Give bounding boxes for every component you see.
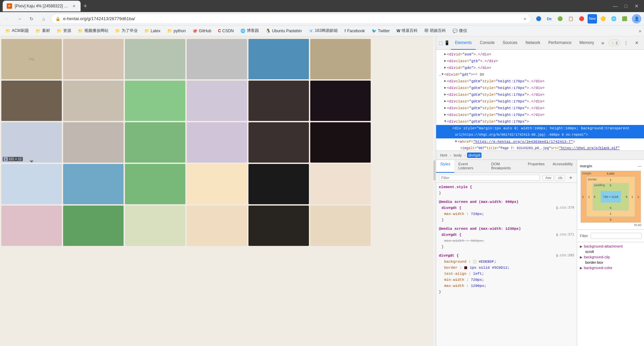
thumbnail-3-3[interactable]	[125, 122, 185, 163]
dom-line-gdo[interactable]: ▶ <div id="gdo"> … </div>	[436, 64, 644, 71]
devtools-settings-btn[interactable]: ⋮	[621, 38, 631, 48]
accessibility-filter-input[interactable]	[591, 233, 642, 239]
thumbnail-5-5[interactable]	[248, 206, 309, 246]
bookmark-acm[interactable]: 📁 ACM刷题	[3, 27, 32, 35]
dom-line-bg-div[interactable]: ▼ <div style="margin:1px auto 0; width:1…	[436, 125, 644, 132]
bookmark-latex[interactable]: 📁 Latex	[142, 28, 163, 34]
dom-line-gdt[interactable]: … ▼ <div id="gdt"> == $0	[436, 71, 644, 78]
extension-icon-4[interactable]: 📋	[566, 14, 576, 24]
extension-icon-5[interactable]: 🔴	[577, 14, 586, 24]
dom-line-gdtm-1[interactable]: ▶ <div class="gdtm" style="height:170px"…	[436, 78, 644, 85]
profile-avatar[interactable]: 👤	[632, 14, 641, 24]
thumbnail-4-3[interactable]	[125, 164, 185, 204]
bookmark-facebook[interactable]: f Facebook	[342, 28, 368, 34]
bookmark-163[interactable]: 📧 163网易邮箱	[306, 27, 340, 35]
maximize-button[interactable]: □	[621, 1, 631, 11]
inspect-element-btn[interactable]: ⬚	[439, 38, 443, 48]
bookmark-wikipedia[interactable]: W 维基百科	[394, 27, 420, 35]
new-tab-button[interactable]: +	[81, 1, 90, 11]
thumbnail-1-1[interactable]: img	[1, 39, 62, 79]
home-button[interactable]: ⌂	[39, 14, 48, 24]
scroll-thumb[interactable]	[433, 160, 435, 180]
back-button[interactable]: ←	[3, 14, 12, 24]
dom-line-bg-div-cont[interactable]: url(https://ehgt.org/m/001742/1742413-00…	[436, 132, 644, 138]
thumbnail-5-6[interactable]	[310, 206, 371, 246]
color-swatch-border[interactable]	[464, 266, 467, 269]
refresh-button[interactable]: ↻	[27, 14, 36, 24]
acc-item-bg-attachment[interactable]: ▶ background-attachment	[579, 244, 643, 249]
thumbnail-2-5[interactable]	[248, 81, 309, 121]
dom-line-gdtm-5[interactable]: ▶ <div class="gdtm" style="height:170px"…	[436, 105, 644, 112]
acc-item-bg-color[interactable]: ▶ background-color	[579, 265, 643, 270]
forward-button[interactable]: →	[15, 14, 24, 24]
bookmark-github[interactable]: 🐙 GitHub	[190, 28, 214, 34]
dom-tree[interactable]: ▶ <div id="asm"> … </div> ▶ <div class="…	[436, 50, 644, 150]
expand-icon[interactable]: ▼	[442, 72, 444, 78]
thumbnail-1-6[interactable]	[310, 39, 371, 79]
bookmark-python[interactable]: 📁 python	[165, 28, 188, 34]
dom-line-gdtm-6[interactable]: ▶ <div class="gdtm" style="height:170px"…	[436, 112, 644, 118]
thumbnail-1-3[interactable]	[125, 39, 185, 79]
thumbnail-2-6[interactable]	[310, 81, 371, 121]
add-style-rule-btn[interactable]: +	[567, 174, 574, 181]
thumbnail-5-1[interactable]	[1, 206, 62, 246]
styles-tab-accessibility[interactable]: Accessibility	[549, 160, 577, 173]
extension-icon-8[interactable]: 🌐	[609, 14, 618, 24]
thumbnail-4-4[interactable]	[187, 164, 247, 204]
extension-icon-3[interactable]: 🟢	[555, 14, 565, 24]
tab-network[interactable]: Network	[521, 36, 544, 50]
bookmark-twitter[interactable]: 🐦 Twitter	[369, 28, 393, 34]
extension-icon-6[interactable]: New	[588, 14, 597, 24]
tab-sources[interactable]: Sources	[499, 36, 521, 50]
expand-icon[interactable]: ▶	[444, 78, 446, 84]
dom-line-gtb[interactable]: ▶ <div class="gtb"> … </div>	[436, 58, 644, 64]
dom-line-img[interactable]: <img alt="007" title="Page 7: 63143283_p…	[436, 145, 644, 150]
acc-item-bg-clip-value[interactable]: border-box	[579, 260, 643, 265]
dom-line-gdtm-3[interactable]: ▶ <div class="gdtm" style="height:170px"…	[436, 91, 644, 98]
bookmark-sucai[interactable]: 📁 素材	[33, 27, 53, 35]
page-scrollbar[interactable]	[433, 36, 436, 346]
thumbnail-4-2[interactable]	[63, 164, 124, 204]
thumbnail-2-3[interactable]	[125, 81, 185, 121]
tab-console[interactable]: Console	[476, 36, 499, 50]
close-button[interactable]: ✕	[632, 1, 641, 11]
thumbnail-1-4[interactable]	[187, 39, 247, 79]
thumbnail-4-6[interactable]	[310, 164, 371, 204]
device-toolbar-btn[interactable]: 📱	[444, 38, 450, 48]
thumbnail-3-5[interactable]	[248, 122, 309, 163]
bookmark-ziyuan[interactable]: 📁 资源	[54, 27, 74, 35]
color-swatch-bg[interactable]	[473, 260, 476, 263]
bookmark-video[interactable]: 📁 视频播放网站	[75, 27, 111, 35]
bookmark-wechat[interactable]: 💬 微信	[450, 27, 470, 35]
bookmark-moegirlwiki[interactable]: 萌 萌娘百科	[422, 27, 449, 35]
styles-tab-properties[interactable]: Properties	[524, 160, 549, 173]
bookmarks-more-btn[interactable]: »	[639, 28, 641, 34]
tab-close-btn[interactable]: ✕	[71, 3, 77, 9]
filter-hov-btn[interactable]: :hov	[543, 175, 554, 181]
extension-icon-2[interactable]: De	[545, 14, 554, 24]
filter-cls-btn[interactable]: .cls	[555, 175, 565, 181]
styles-filter-input[interactable]	[439, 175, 540, 181]
dom-line-anchor[interactable]: ▼ <a href= "https://e-hentai.org/s/2e436…	[436, 138, 644, 145]
thumbnail-3-6[interactable]	[310, 122, 371, 163]
thumbnail-4-5[interactable]	[248, 164, 309, 204]
dom-line-gdtm-4[interactable]: ▶ <div class="gdtm" style="height:170px"…	[436, 98, 644, 105]
bookmark-csdn[interactable]: C CSDN	[215, 28, 236, 34]
expand-icon[interactable]: ▶	[444, 65, 446, 71]
thumbnail-2-2[interactable]	[63, 81, 124, 121]
active-tab[interactable]: P [Pixiv] Kaju 4% [24588322] - E ✕	[3, 1, 81, 11]
devtools-close-btn[interactable]: ✕	[632, 38, 641, 48]
breadcrumb-body[interactable]: body	[452, 153, 463, 158]
thumbnail-4-1[interactable]	[1, 164, 62, 204]
thumbnail-3-2[interactable]	[63, 122, 124, 163]
breadcrumb-html[interactable]: html	[439, 153, 449, 158]
bookmark-cnblog[interactable]: 🌐 博客园	[238, 27, 262, 35]
thumbnail-5-2[interactable]	[63, 206, 124, 246]
thumbnail-5-4[interactable]	[187, 206, 247, 246]
extension-icon-9[interactable]: 🟩	[620, 14, 629, 24]
thumbnail-2-4[interactable]	[187, 81, 247, 121]
minimize-button[interactable]: —	[610, 1, 620, 11]
thumbnail-1-5[interactable]	[248, 39, 309, 79]
tab-performance[interactable]: Performance	[544, 36, 576, 50]
styles-tab-dom-breakpoints[interactable]: DOM Breakpoints	[487, 160, 524, 173]
